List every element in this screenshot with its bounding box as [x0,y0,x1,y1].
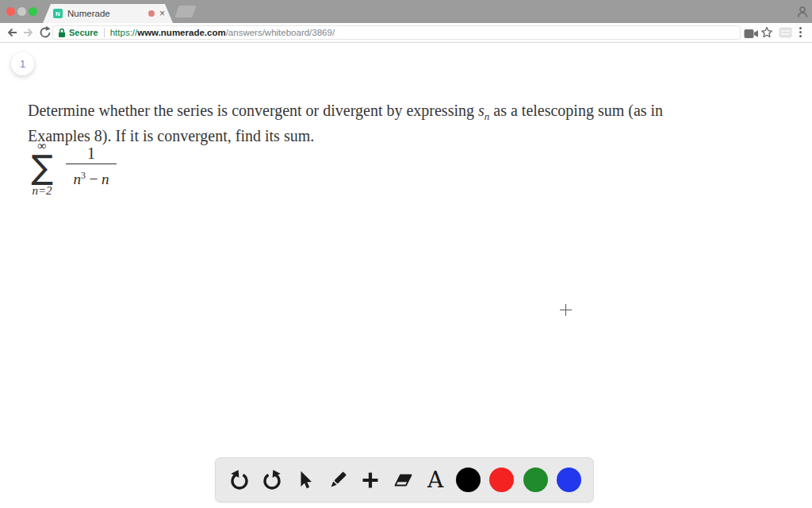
series-formula: ∞ ∑ n=2 1 n3 − n [26,140,117,197]
color-swatch-green[interactable] [523,468,548,492]
fraction-numerator: 1 [87,144,95,162]
pencil-button[interactable] [326,468,350,492]
forward-button[interactable] [21,25,36,40]
tab-strip: N Numerade × [0,0,812,23]
color-swatch-red[interactable] [489,468,514,492]
secure-lock-icon [58,28,66,38]
redo-icon [261,469,283,491]
problem-line-1: Determine whether the series is converge… [28,101,663,126]
undo-button[interactable] [228,468,251,492]
add-button[interactable] [358,468,382,492]
tab-title: Numerade [67,9,110,18]
eraser-icon [392,469,414,491]
problem-text: Determine whether the series is converge… [28,101,663,146]
drawing-toolbar: A [215,457,594,502]
numerade-favicon-icon: N [53,9,63,18]
select-cursor-button[interactable] [293,468,316,492]
color-swatch-black[interactable] [456,468,481,492]
close-window-button[interactable] [6,7,15,16]
minimize-window-button[interactable] [17,7,26,16]
fraction-denominator: n3 − n [73,167,109,188]
url-omnibox[interactable]: Secure https://www.numerade.com/answers/… [52,25,741,40]
pencil-icon [327,469,349,491]
redo-button[interactable] [260,468,284,492]
url-scheme: https:// [110,28,138,37]
math-var-s: s [478,102,485,119]
color-swatch-blue[interactable] [557,468,581,492]
omnibox-separator [104,28,105,37]
profile-icon[interactable] [795,5,810,19]
browser-window: N Numerade × [0,0,812,508]
text-tool-button[interactable]: A [423,468,447,492]
cursor-arrow-icon [293,469,316,491]
whiteboard-canvas[interactable]: 1 Determine whether the series is conver… [0,43,812,508]
plus-icon [359,469,381,491]
back-button[interactable] [5,25,19,40]
video-camera-icon[interactable] [744,28,759,42]
fraction-bar [66,164,117,164]
sigma-glyph: ∑ [31,151,53,184]
eraser-button[interactable] [391,468,415,492]
undo-icon [228,469,251,491]
tab-close-button[interactable]: × [159,9,165,18]
tab-recording-indicator-icon [148,10,155,17]
summation-symbol: ∞ ∑ n=2 [26,140,58,197]
zoom-window-button[interactable] [29,7,37,16]
fraction: 1 n3 − n [66,144,117,188]
tab-numerade[interactable]: N Numerade × [43,4,173,23]
url-domain: www.numerade.com [137,28,225,37]
new-tab-button[interactable] [174,6,196,17]
bookmark-star-icon[interactable] [760,26,773,42]
url-path: /answers/whiteboard/3869/ [226,28,335,37]
extension-disabled-icon[interactable] [779,27,792,41]
browser-menu-icon[interactable] [799,27,802,37]
secure-label: Secure [69,28,98,37]
problem-line-2: Examples 8). If it is convergent, find i… [28,126,663,146]
crosshair-cursor [560,304,572,316]
address-bar: Secure https://www.numerade.com/answers/… [0,23,812,43]
reload-button[interactable] [38,25,52,40]
page-url: https://www.numerade.com/answers/whitebo… [110,28,335,37]
page-number-badge[interactable]: 1 [11,52,34,75]
lower-limit: n=2 [32,185,52,197]
